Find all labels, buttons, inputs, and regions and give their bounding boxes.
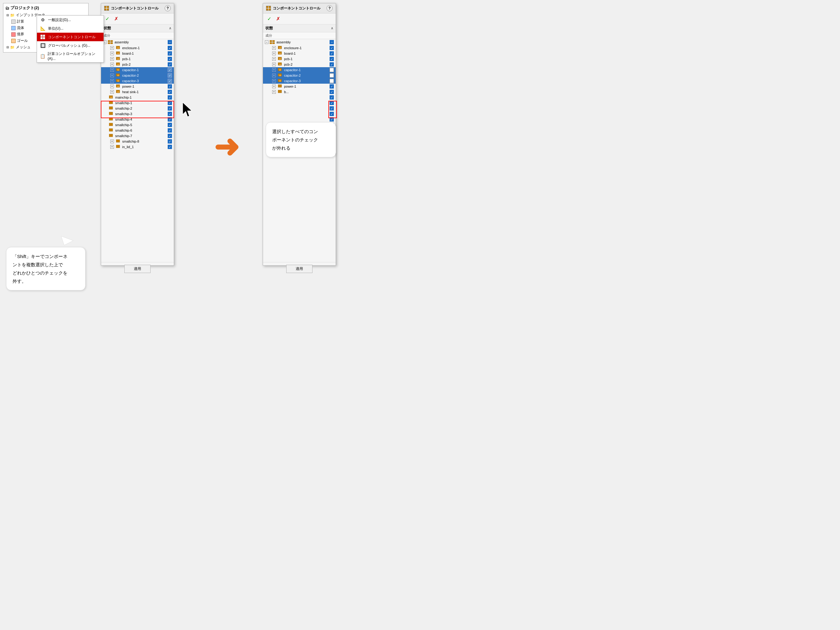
- right-checkbox-enclosure-1[interactable]: [330, 46, 334, 50]
- right-expander-cap1[interactable]: +: [272, 68, 276, 72]
- checkbox-heatsink-1[interactable]: [168, 90, 172, 94]
- right-comp-row-capacitor-3[interactable]: + capacitor-3: [263, 78, 336, 84]
- checkbox-assembly[interactable]: [168, 40, 172, 44]
- menu-item-units[interactable]: 📐 単位(U)...: [37, 24, 104, 33]
- left-help-button[interactable]: ?: [165, 5, 171, 11]
- expander-cap1[interactable]: +: [110, 68, 114, 72]
- comp-row-mainchip-1[interactable]: mainchip-1: [101, 95, 174, 100]
- comp-row-enclosure-1[interactable]: + enclosure-1: [101, 45, 174, 51]
- right-checkbox-blank5[interactable]: [330, 117, 334, 122]
- comp-row-smallchip-8[interactable]: + smallchip-8: [101, 139, 174, 144]
- comp-row-smallchip-1[interactable]: smallchip-1: [101, 100, 174, 106]
- comp-row-smallchip-3[interactable]: smallchip-3: [101, 111, 174, 117]
- comp-row-pcb-2[interactable]: + pcb-2: [101, 62, 174, 67]
- left-component-list[interactable]: − assembly + enclosure-: [101, 39, 174, 262]
- right-comp-row-blank1[interactable]: [263, 95, 336, 100]
- checkbox-capacitor-1[interactable]: [168, 68, 172, 72]
- right-checkbox-capacitor-1[interactable]: [330, 68, 334, 72]
- right-checkbox-blank4[interactable]: [330, 112, 334, 116]
- checkbox-smallchip-7[interactable]: [168, 134, 172, 138]
- expander-inlid[interactable]: +: [110, 145, 114, 149]
- right-comp-row-pcb-2[interactable]: + pcb-2: [263, 62, 336, 67]
- right-help-button[interactable]: ?: [327, 5, 333, 11]
- checkbox-inlid-1[interactable]: [168, 145, 172, 149]
- right-expander-board[interactable]: +: [272, 52, 276, 55]
- menu-item-calc-options[interactable]: 📋 計算コントロールオプション(A)...: [37, 50, 104, 62]
- right-comp-row-capacitor-2[interactable]: + capacitor-2: [263, 73, 336, 78]
- right-checkbox-pcb-1[interactable]: [330, 57, 334, 61]
- right-comp-row-assembly[interactable]: − assembly: [263, 39, 336, 45]
- checkbox-smallchip-8[interactable]: [168, 139, 172, 144]
- right-expander-enclosure[interactable]: +: [272, 46, 276, 50]
- left-apply-button[interactable]: 適用: [124, 265, 151, 273]
- right-checkbox-capacitor-3[interactable]: [330, 79, 334, 83]
- right-comp-row-blank4[interactable]: [263, 111, 336, 117]
- right-comp-row-pcb-1[interactable]: + pcb-1: [263, 56, 336, 62]
- right-apply-button[interactable]: 適用: [286, 265, 313, 273]
- comp-row-pcb-1[interactable]: + pcb-1: [101, 56, 174, 62]
- right-comp-row-enclosure-1[interactable]: + enclosure-1: [263, 45, 336, 51]
- checkbox-smallchip-1[interactable]: [168, 101, 172, 105]
- right-expander-assembly[interactable]: −: [265, 40, 268, 44]
- menu-item-mesh-global[interactable]: 🔲 グローバルメッシュ (G)...: [37, 41, 104, 50]
- checkbox-pcb-2[interactable]: [168, 62, 172, 66]
- right-expander-cap2[interactable]: +: [272, 74, 276, 77]
- checkbox-capacitor-3[interactable]: [168, 79, 172, 83]
- right-cancel-button[interactable]: ✗: [275, 15, 281, 22]
- right-expander-b[interactable]: +: [272, 90, 276, 94]
- left-accept-button[interactable]: ✓: [104, 15, 111, 22]
- comp-row-capacitor-1[interactable]: + capacitor-1: [101, 67, 174, 73]
- comp-row-heatsink-1[interactable]: + heat sink-1: [101, 89, 174, 95]
- expander-smallchip8[interactable]: +: [110, 140, 114, 143]
- expander-board[interactable]: +: [110, 52, 114, 55]
- comp-row-smallchip-7[interactable]: smallchip-7: [101, 133, 174, 139]
- expander-cap2[interactable]: +: [110, 74, 114, 77]
- right-checkbox-assembly[interactable]: [330, 40, 334, 44]
- right-accept-button[interactable]: ✓: [266, 15, 272, 22]
- left-cancel-button[interactable]: ✗: [113, 15, 120, 22]
- right-checkbox-board-1[interactable]: [330, 51, 334, 55]
- comp-row-smallchip-4[interactable]: smallchip-4: [101, 117, 174, 122]
- expander-cap3[interactable]: +: [110, 79, 114, 83]
- comp-row-inlid1[interactable]: + in_lid_1: [101, 144, 174, 150]
- right-comp-row-power-1[interactable]: + power-1: [263, 84, 336, 89]
- checkbox-smallchip-3[interactable]: [168, 112, 172, 116]
- right-checkbox-b[interactable]: [330, 90, 334, 94]
- checkbox-smallchip-2[interactable]: [168, 106, 172, 111]
- right-comp-row-blank3[interactable]: [263, 106, 336, 111]
- right-expander-cap3[interactable]: +: [272, 79, 276, 83]
- right-comp-row-blank2[interactable]: [263, 100, 336, 106]
- checkbox-mainchip-1[interactable]: [168, 95, 172, 99]
- checkbox-power-1[interactable]: [168, 84, 172, 88]
- right-checkbox-blank2[interactable]: [330, 101, 334, 105]
- right-checkbox-blank3[interactable]: [330, 106, 334, 111]
- comp-row-capacitor-2[interactable]: + capacitor-2: [101, 73, 174, 78]
- checkbox-board-1[interactable]: [168, 51, 172, 55]
- comp-row-board-1[interactable]: + board-1: [101, 51, 174, 56]
- checkbox-pcb-1[interactable]: [168, 57, 172, 61]
- right-comp-row-board-1[interactable]: + board-1: [263, 51, 336, 56]
- right-expander-power1[interactable]: +: [272, 85, 276, 88]
- checkbox-enclosure-1[interactable]: [168, 46, 172, 50]
- expander-pcb2[interactable]: +: [110, 63, 114, 66]
- expander-power1[interactable]: +: [110, 85, 114, 88]
- checkbox-smallchip-5[interactable]: [168, 123, 172, 127]
- checkbox-smallchip-6[interactable]: [168, 128, 172, 133]
- right-comp-row-capacitor-1[interactable]: + capacitor-1: [263, 67, 336, 73]
- right-checkbox-capacitor-2[interactable]: [330, 73, 334, 77]
- expander-enclosure[interactable]: +: [110, 46, 114, 50]
- comp-row-smallchip-6[interactable]: smallchip-6: [101, 128, 174, 133]
- right-expander-pcb1[interactable]: +: [272, 57, 276, 61]
- right-checkbox-power-1[interactable]: [330, 84, 334, 88]
- right-checkbox-pcb-2[interactable]: [330, 62, 334, 66]
- expander-pcb1[interactable]: +: [110, 57, 114, 61]
- comp-row-capacitor-3[interactable]: + capacitor-3: [101, 78, 174, 84]
- comp-row-smallchip-2[interactable]: smallchip-2: [101, 106, 174, 111]
- right-checkbox-blank1[interactable]: [330, 95, 334, 99]
- menu-item-component-control[interactable]: コンポーネントコントロール: [37, 33, 104, 41]
- right-comp-row-b[interactable]: + b...: [263, 89, 336, 95]
- checkbox-smallchip-4[interactable]: [168, 117, 172, 122]
- checkbox-capacitor-2[interactable]: [168, 73, 172, 77]
- comp-row-smallchip-5[interactable]: smallchip-5: [101, 122, 174, 128]
- comp-row-power-1[interactable]: + power-1: [101, 84, 174, 89]
